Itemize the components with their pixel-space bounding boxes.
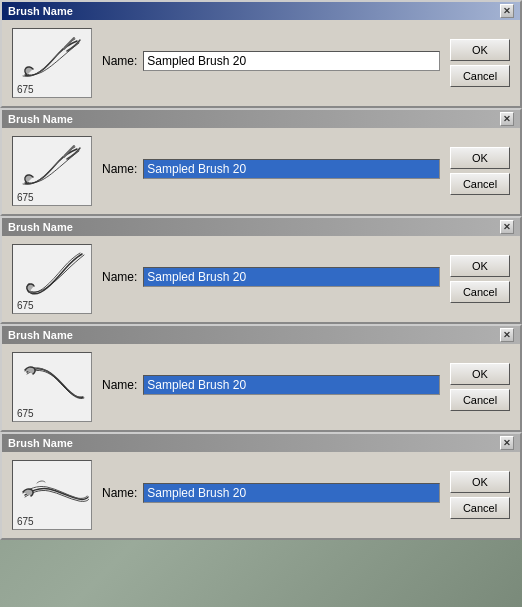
cancel-button-2[interactable]: Cancel — [450, 173, 510, 195]
name-section-5: Name: — [102, 483, 440, 507]
name-input-2[interactable] — [143, 159, 440, 179]
name-row-4: Name: — [102, 375, 440, 395]
name-label-3: Name: — [102, 270, 137, 284]
dialog-4: Brush Name ✕ 675 Name: OK — [0, 324, 522, 432]
buttons-col-5: OK Cancel — [450, 471, 510, 519]
name-input-4[interactable] — [143, 375, 440, 395]
name-input-3[interactable] — [143, 267, 440, 287]
ok-button-3[interactable]: OK — [450, 255, 510, 277]
name-section-2: Name: — [102, 159, 440, 183]
name-label-1: Name: — [102, 54, 137, 68]
brush-preview-1: 675 — [12, 28, 92, 98]
cancel-button-5[interactable]: Cancel — [450, 497, 510, 519]
titlebar-5: Brush Name ✕ — [2, 434, 520, 452]
dialog-3: Brush Name ✕ 675 Name: OK — [0, 216, 522, 324]
cancel-button-4[interactable]: Cancel — [450, 389, 510, 411]
dialog-title-3: Brush Name — [8, 221, 73, 233]
dialog-body-1: 675 Name: OK Cancel — [2, 20, 520, 106]
brush-image-4 — [17, 357, 89, 409]
brush-preview-2: 675 — [12, 136, 92, 206]
brush-number-4: 675 — [17, 408, 34, 419]
dialog-title-2: Brush Name — [8, 113, 73, 125]
cancel-button-1[interactable]: Cancel — [450, 65, 510, 87]
close-button-1[interactable]: ✕ — [500, 4, 514, 18]
name-section-4: Name: — [102, 375, 440, 399]
brush-preview-3: 675 — [12, 244, 92, 314]
ok-button-2[interactable]: OK — [450, 147, 510, 169]
name-label-4: Name: — [102, 378, 137, 392]
buttons-col-4: OK Cancel — [450, 363, 510, 411]
brush-image-2 — [17, 141, 89, 193]
name-label-5: Name: — [102, 486, 137, 500]
titlebar-2: Brush Name ✕ — [2, 110, 520, 128]
brush-number-1: 675 — [17, 84, 34, 95]
buttons-col-2: OK Cancel — [450, 147, 510, 195]
name-section-3: Name: — [102, 267, 440, 291]
name-input-5[interactable] — [143, 483, 440, 503]
brush-image-3 — [17, 249, 89, 301]
close-button-2[interactable]: ✕ — [500, 112, 514, 126]
ok-button-5[interactable]: OK — [450, 471, 510, 493]
name-row-5: Name: — [102, 483, 440, 503]
dialog-body-4: 675 Name: OK Cancel — [2, 344, 520, 430]
name-row-1: Name: — [102, 51, 440, 71]
titlebar-3: Brush Name ✕ — [2, 218, 520, 236]
brush-number-5: 675 — [17, 516, 34, 527]
name-input-1[interactable] — [143, 51, 440, 71]
name-section-1: Name: — [102, 51, 440, 75]
ok-button-1[interactable]: OK — [450, 39, 510, 61]
dialog-title-1: Brush Name — [8, 5, 73, 17]
close-button-5[interactable]: ✕ — [500, 436, 514, 450]
brush-preview-5: 675 — [12, 460, 92, 530]
brush-number-3: 675 — [17, 300, 34, 311]
dialog-5: Brush Name ✕ 675 Name: — [0, 432, 522, 540]
buttons-col-1: OK Cancel — [450, 39, 510, 87]
ok-button-4[interactable]: OK — [450, 363, 510, 385]
brush-image-5 — [17, 465, 89, 517]
dialogs-stack: Brush Name ✕ 675 Name: — [0, 0, 522, 540]
close-button-3[interactable]: ✕ — [500, 220, 514, 234]
cancel-button-3[interactable]: Cancel — [450, 281, 510, 303]
name-label-2: Name: — [102, 162, 137, 176]
titlebar-4: Brush Name ✕ — [2, 326, 520, 344]
dialog-2: Brush Name ✕ 675 Name: — [0, 108, 522, 216]
name-row-2: Name: — [102, 159, 440, 179]
name-row-3: Name: — [102, 267, 440, 287]
brush-number-2: 675 — [17, 192, 34, 203]
dialog-title-4: Brush Name — [8, 329, 73, 341]
close-button-4[interactable]: ✕ — [500, 328, 514, 342]
brush-image-1 — [17, 33, 89, 85]
dialog-body-2: 675 Name: OK Cancel — [2, 128, 520, 214]
titlebar-1: Brush Name ✕ — [2, 2, 520, 20]
dialog-title-5: Brush Name — [8, 437, 73, 449]
dialog-1: Brush Name ✕ 675 Name: — [0, 0, 522, 108]
buttons-col-3: OK Cancel — [450, 255, 510, 303]
dialog-body-5: 675 Name: OK Cancel — [2, 452, 520, 538]
brush-preview-4: 675 — [12, 352, 92, 422]
dialog-body-3: 675 Name: OK Cancel — [2, 236, 520, 322]
